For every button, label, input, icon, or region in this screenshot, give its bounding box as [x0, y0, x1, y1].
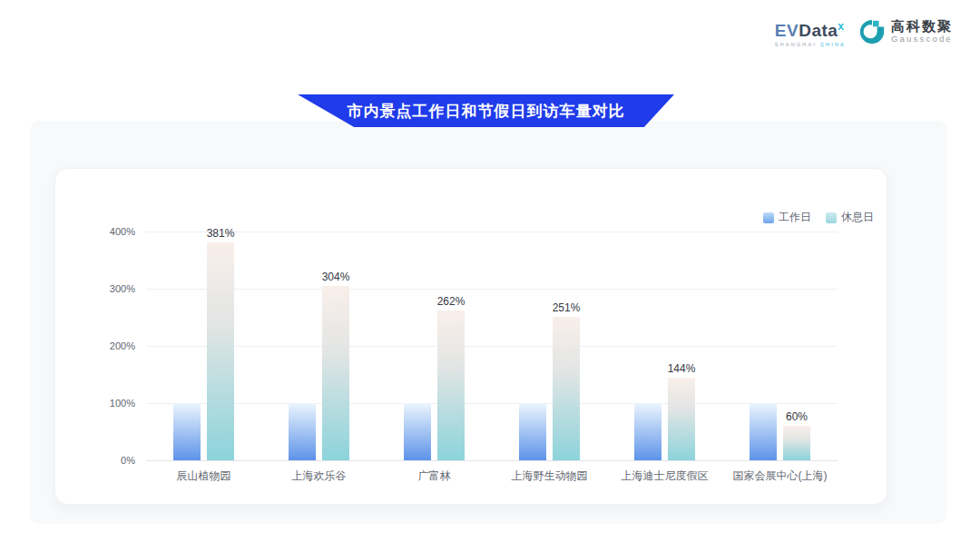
category-group: 262%广富林 — [377, 232, 492, 460]
bar-restday: 381% — [207, 242, 234, 460]
gausscode-cn: 高科数聚 — [891, 19, 953, 34]
data-label: 60% — [786, 410, 808, 423]
bar-workday — [404, 403, 431, 460]
gausscode-en: Gausscode — [891, 34, 953, 44]
y-axis-tick-label: 300% — [93, 283, 135, 294]
y-axis-tick-label: 0% — [93, 455, 135, 466]
evdata-logo: EVDatax SHANGHAI CHINA — [775, 18, 846, 47]
evdata-wordmark: EVDatax — [775, 22, 846, 40]
legend-item-workday[interactable]: 工作日 — [763, 210, 811, 225]
legend-label: 工作日 — [779, 210, 811, 225]
bar-restday: 60% — [783, 426, 810, 460]
data-label: 251% — [553, 301, 581, 314]
y-axis-tick-label: 200% — [93, 340, 135, 351]
category-group: 251%上海野生动物园 — [492, 232, 607, 460]
bar-workday — [634, 403, 662, 460]
evdata-subtext: SHANGHAI CHINA — [775, 42, 846, 47]
chart-card: 工作日休息日 0%100%200%300%400%381%辰山植物园304%上海… — [54, 168, 887, 505]
legend-swatch — [763, 212, 774, 223]
legend-item-restday[interactable]: 休息日 — [826, 210, 874, 225]
bar-restday: 304% — [322, 286, 349, 460]
evdata-x-mark: x — [838, 20, 844, 33]
x-axis-category-label: 国家会展中心(上海) — [722, 468, 838, 484]
bar-chart-plot: 0%100%200%300%400%381%辰山植物园304%上海欢乐谷262%… — [146, 232, 838, 460]
bar-workday — [750, 403, 777, 460]
legend-label: 休息日 — [841, 210, 874, 225]
x-axis-category-label: 上海野生动物园 — [492, 468, 607, 484]
x-axis-category-label: 上海欢乐谷 — [261, 468, 377, 484]
title-banner: 市内景点工作日和节假日到访车量对比 — [298, 94, 674, 127]
data-label: 304% — [322, 271, 350, 283]
category-group: 381%辰山植物园 — [146, 232, 261, 460]
bar-restday: 251% — [553, 317, 580, 460]
data-label: 262% — [437, 295, 466, 308]
gausscode-text: 高科数聚 Gausscode — [891, 19, 953, 44]
x-axis-category-label: 辰山植物园 — [146, 468, 261, 484]
bar-workday — [519, 403, 546, 460]
category-group: 144%上海迪士尼度假区 — [607, 232, 722, 460]
bar-groups: 381%辰山植物园304%上海欢乐谷262%广富林251%上海野生动物园144%… — [146, 232, 838, 460]
bar-workday — [173, 403, 201, 460]
category-group: 304%上海欢乐谷 — [261, 232, 377, 460]
gausscode-g-icon — [858, 18, 886, 45]
page: EVDatax SHANGHAI CHINA 高科数聚 Gausscode 市内… — [0, 0, 980, 552]
legend-swatch — [826, 212, 837, 223]
gridline-0% — [146, 460, 838, 461]
y-axis-tick-label: 100% — [93, 398, 135, 409]
y-axis-tick-label: 400% — [93, 226, 135, 237]
header-logos: EVDatax SHANGHAI CHINA 高科数聚 Gausscode — [775, 18, 953, 47]
chart-legend: 工作日休息日 — [763, 210, 874, 225]
bar-restday: 144% — [668, 378, 695, 460]
category-group: 60%国家会展中心(上海) — [722, 232, 838, 460]
bar-workday — [289, 403, 316, 460]
bar-restday: 262% — [437, 310, 465, 460]
data-label: 144% — [668, 362, 696, 375]
x-axis-category-label: 上海迪士尼度假区 — [607, 468, 722, 484]
data-label: 381% — [207, 227, 235, 240]
gausscode-logo: 高科数聚 Gausscode — [858, 18, 953, 45]
x-axis-category-label: 广富林 — [377, 468, 492, 484]
page-title: 市内景点工作日和节假日到访车量对比 — [348, 101, 625, 122]
